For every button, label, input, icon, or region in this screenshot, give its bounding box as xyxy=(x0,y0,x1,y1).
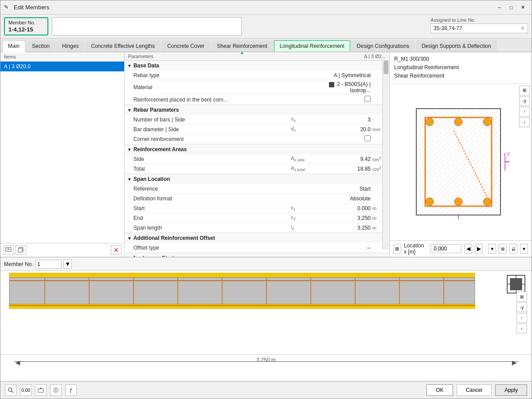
dimension-label: 3.250 m xyxy=(256,357,275,363)
offset-type-value[interactable]: -- xyxy=(317,245,371,251)
material-value[interactable]: 2 - B500S(A) | Isotrop... xyxy=(317,81,371,94)
svg-point-8 xyxy=(426,118,434,126)
beam-tb-4[interactable]: ↕ xyxy=(516,324,527,333)
filter-btn[interactable]: ⊞ xyxy=(393,244,401,254)
add-item-button[interactable] xyxy=(3,245,14,255)
items-label: Items xyxy=(4,54,16,59)
def-format-row: Definition format Absolute xyxy=(125,194,389,203)
apply-button[interactable]: Apply xyxy=(495,384,527,396)
svg-text:y: y xyxy=(507,151,510,156)
member-header: Member No. 1-4,12-15 Assigned to Line No… xyxy=(0,15,532,39)
anchorage-start-group: ▶ Anchorage Start xyxy=(125,253,389,257)
tab-design-supports[interactable]: Design Supports & Deflection xyxy=(416,40,497,51)
list-bottom: ✕ xyxy=(0,243,124,257)
footer-search-btn[interactable] xyxy=(5,384,16,396)
def-format-label: Definition format xyxy=(133,196,291,202)
svg-rect-24 xyxy=(9,304,475,309)
span-length-value: 3.250 xyxy=(317,225,371,231)
next-location-btn[interactable]: ▶ xyxy=(475,244,483,254)
filter-icon-btn[interactable]: ▼ xyxy=(488,244,496,254)
def-format-value[interactable]: Absolute xyxy=(317,196,371,202)
corner-reinf-checkbox[interactable] xyxy=(364,135,371,141)
params-panel: Parameters A | 3 Ø2... ▼ Base Data Rebar… xyxy=(125,52,390,257)
params-scrollbar[interactable] xyxy=(382,61,389,250)
prev-location-btn[interactable]: ◀ xyxy=(464,244,472,254)
copy-item-button[interactable] xyxy=(16,245,26,255)
base-data-label: Base Data xyxy=(133,63,159,69)
beam-tb-2[interactable]: -y xyxy=(516,302,527,312)
reference-value[interactable]: Start xyxy=(317,186,371,192)
tab-hinges[interactable]: Hinges xyxy=(56,40,84,51)
section-view-btn[interactable]: ⊞ xyxy=(499,244,507,254)
params-header: Parameters A | 3 Ø2... xyxy=(125,52,389,61)
minimize-button[interactable]: ─ xyxy=(494,3,505,12)
export-btn[interactable]: ▼ xyxy=(520,244,528,254)
scrollbar-thumb[interactable] xyxy=(383,61,388,74)
member-no-bottom-input[interactable] xyxy=(35,260,62,269)
end-row: End x2 3.250 m xyxy=(125,213,389,223)
beam-tb-3[interactable]: ↑ xyxy=(516,313,527,323)
num-bars-value[interactable]: 3 xyxy=(317,117,371,123)
window-icon: ✎ xyxy=(4,4,11,11)
tab-longitudinal-reinforcement[interactable]: Longitudinal Reinforcement xyxy=(274,40,350,51)
bar-diameter-value[interactable]: 20.0 xyxy=(317,126,371,133)
assigned-clear-icon[interactable]: ✕ xyxy=(520,25,525,31)
start-label: Start xyxy=(133,205,291,211)
start-value[interactable]: 0.000 xyxy=(317,205,371,211)
tab-main[interactable]: Main xyxy=(2,40,25,52)
tab-design-configurations[interactable]: Design Configurations xyxy=(351,40,415,51)
dimension-area: ◄ ► 3.250 m xyxy=(0,354,532,381)
member-name-input[interactable] xyxy=(52,17,242,35)
svg-point-13 xyxy=(483,198,491,206)
view-btn-2[interactable]: -y xyxy=(519,96,530,106)
rebar-type-value[interactable]: A | Symmetrical xyxy=(317,72,371,78)
footer-btn-5[interactable]: ƒ xyxy=(65,384,77,396)
view-btn-4[interactable]: ↕ xyxy=(519,117,530,127)
end-sym: x2 xyxy=(291,215,317,221)
span-location-header[interactable]: ▼ Span Location xyxy=(125,174,389,184)
tab-concrete-effective-lengths[interactable]: Concrete Effective Lengths xyxy=(85,40,160,51)
member-no-dropdown[interactable]: ▼ xyxy=(63,259,72,269)
print-btn[interactable]: 🖨 xyxy=(509,244,517,254)
total-sym: As,total xyxy=(291,165,317,172)
tab-shear-reinforcement[interactable]: Shear Reinforcement xyxy=(211,40,273,51)
anchorage-start-header[interactable]: ▶ Anchorage Start xyxy=(125,253,389,257)
maximize-button[interactable]: □ xyxy=(506,3,516,12)
params-content[interactable]: ▼ Base Data Rebar type A | Symmetrical M… xyxy=(125,61,389,257)
footer-units-btn[interactable]: 0.00 xyxy=(20,384,31,396)
add-reinf-offset-header[interactable]: ▼ Additional Reinforcement Offset xyxy=(125,233,389,243)
bar-diameter-row: Bar diameter | Side ds 20.0 mm xyxy=(125,125,389,134)
reinf-areas-header[interactable]: ▼ Reinforcement Areas xyxy=(125,145,389,154)
cancel-button[interactable]: Cancel xyxy=(457,384,492,396)
beam-tb-1[interactable]: ⊞ xyxy=(516,292,527,301)
section-shear-type: Shear Reinforcement xyxy=(394,72,527,80)
view-btn-1[interactable]: ⊞ xyxy=(519,86,530,95)
close-button[interactable]: ✕ xyxy=(517,3,528,12)
svg-point-41 xyxy=(8,388,12,391)
end-value[interactable]: 3.250 xyxy=(317,215,371,221)
svg-rect-43 xyxy=(38,389,43,392)
location-input[interactable] xyxy=(430,244,462,253)
base-data-header[interactable]: ▼ Base Data xyxy=(125,61,389,70)
footer-btn-4[interactable] xyxy=(50,384,62,396)
rebar-type-label: Rebar type xyxy=(133,72,291,78)
tab-concrete-cover[interactable]: Concrete Cover xyxy=(161,40,210,51)
tab-section[interactable]: Section xyxy=(26,40,55,51)
list-item[interactable]: A | 3 Ø20.0 xyxy=(0,62,124,71)
delete-item-button[interactable]: ✕ xyxy=(111,245,121,255)
expand-icon: ▼ xyxy=(127,63,132,68)
view-btn-3[interactable]: ↑ xyxy=(519,107,530,117)
bar-diameter-sym: ds xyxy=(291,126,317,133)
span-length-sym: ls xyxy=(291,224,317,231)
items-list: A | 3 Ø20.0 xyxy=(0,62,124,243)
member-no-value: 1-4,12-15 xyxy=(8,26,44,33)
bent-corner-checkbox[interactable] xyxy=(364,96,371,102)
svg-rect-22 xyxy=(9,273,475,278)
rebar-params-header[interactable]: ▼ Rebar Parameters xyxy=(125,105,389,115)
start-row: Start x1 0.000 m xyxy=(125,203,389,213)
ok-button[interactable]: OK xyxy=(426,384,453,396)
title-bar-buttons: ─ □ ✕ xyxy=(494,3,528,12)
bent-corner-value[interactable] xyxy=(317,96,371,103)
corner-reinf-value[interactable] xyxy=(317,135,371,143)
footer-btn-3[interactable] xyxy=(35,384,47,396)
